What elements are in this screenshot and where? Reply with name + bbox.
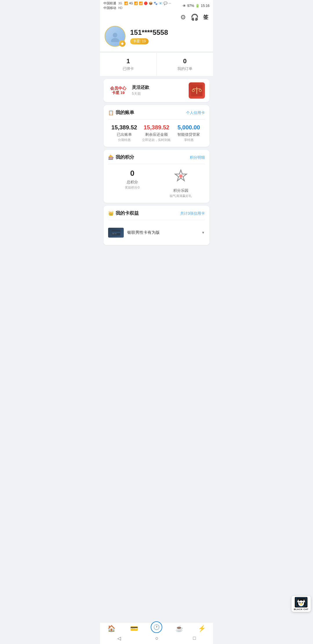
account-icon: 📋 (108, 110, 114, 115)
dropdown-arrow-icon[interactable]: ▼ (201, 231, 205, 235)
loan-sub: 享特惠 (173, 138, 205, 142)
points-park-label: 积分乐园 (156, 188, 205, 193)
total-points-sub: 奖励积分0 (108, 185, 156, 190)
notif-logo-sub: 卡星 19 (112, 91, 125, 95)
billed-label: 已出账单 (108, 132, 140, 137)
carrier1: 中国联通 3G 📶 4G 📶 📶 🔴 📦 🐾 📧 💬 ··· (103, 1, 171, 6)
account-title: 📋 我的账单 (108, 110, 134, 116)
status-right: 👁 97% 🔋 15:16 (183, 4, 210, 8)
points-divider (108, 164, 205, 164)
bound-card-stat[interactable]: 1 已绑卡 (100, 53, 157, 76)
notif-image (189, 82, 205, 99)
remaining-value: 15,389.52 (140, 124, 172, 131)
notification-banner[interactable]: 会员中心 卡星 19 灵活还款 5天前 (103, 79, 210, 102)
notif-logo: 会员中心 (110, 86, 126, 91)
bound-count: 1 (100, 57, 156, 65)
profile-row: 151****5558 卡星: 19 (105, 26, 208, 47)
account-amounts: 15,389.52 已出账单 分期特惠 15,389.52 剩余应还金额 立即还… (108, 124, 205, 142)
carrier2: 中国移动 HD (103, 6, 171, 10)
avatar-wrapper[interactable] (105, 26, 125, 47)
svg-rect-15 (115, 234, 117, 234)
points-title: 🎰 我的积分 (108, 154, 134, 160)
header-icons: ⚙ 🎧 签 (105, 14, 208, 21)
status-bar: 中国联通 3G 📶 4G 📶 📶 🔴 📦 🐾 📧 💬 ··· 中国移动 HD 👁… (100, 0, 213, 11)
svg-rect-14 (112, 234, 114, 234)
benefits-card: 👑 我的卡权益 共计3张信用卡 银联男性卡有为版 ▼ (103, 206, 210, 245)
kaxing-badge: 卡星: 19 (130, 38, 149, 44)
remaining-amount[interactable]: 15,389.52 剩余应还金额 立即还款，实时到账 (140, 124, 172, 142)
notif-time: 5天前 (132, 91, 185, 96)
loan-label: 智能借贷管家 (173, 132, 205, 137)
settings-icon[interactable]: ⚙ (180, 14, 186, 21)
billed-value: 15,389.52 (108, 124, 140, 131)
remaining-label: 剩余应还金额 (140, 132, 172, 137)
loan-amount[interactable]: 5,000.00 智能借贷管家 享特惠 (173, 124, 205, 142)
notif-title: 灵活还款 (132, 85, 185, 90)
svg-rect-13 (112, 232, 120, 233)
total-points-label: 总积分 (108, 180, 156, 185)
points-icon: 🎰 (108, 155, 114, 160)
carrier-info: 中国联通 3G 📶 4G 📶 📶 🔴 📦 🐾 📧 💬 ··· 中国移动 HD (103, 1, 171, 10)
orders-stat[interactable]: 0 我的订单 (157, 53, 213, 76)
svg-point-11 (179, 174, 183, 178)
headset-icon[interactable]: 🎧 (191, 14, 199, 21)
total-cards-link[interactable]: 共计3张信用卡 (180, 211, 205, 216)
stats-row: 1 已绑卡 0 我的订单 (100, 53, 213, 76)
profile-header: ⚙ 🎧 签 151****5558 卡星: (100, 11, 213, 51)
benefits-title: 👑 我的卡权益 (108, 210, 139, 216)
points-park-item[interactable]: 积分乐园 福气满满赢好礼 (156, 169, 205, 198)
battery-icon: 🔋 (195, 4, 200, 8)
profile-info: 151****5558 卡星: 19 (130, 28, 208, 44)
bound-label: 已绑卡 (100, 66, 156, 71)
battery-level: 97% (187, 4, 194, 8)
remaining-sub: 立即还款，实时到账 (140, 138, 172, 142)
clock: 15:16 (201, 4, 210, 8)
orders-label: 我的订单 (157, 66, 213, 71)
orders-count: 0 (157, 57, 213, 65)
points-section-header: 🎰 我的积分 积分明细 (108, 154, 205, 160)
benefits-icon: 👑 (108, 211, 114, 216)
profile-phone: 151****5558 (130, 28, 208, 37)
total-points-item[interactable]: 0 总积分 奖励积分0 (108, 169, 156, 190)
points-park-sub: 福气满满赢好礼 (156, 194, 205, 198)
points-card: 🎰 我的积分 积分明细 0 总积分 奖励积分0 (103, 150, 210, 203)
notif-body: 灵活还款 5天前 (128, 85, 189, 96)
benefits-section-header: 👑 我的卡权益 共计3张信用卡 (108, 210, 205, 216)
notif-logo-area: 会员中心 卡星 19 (108, 86, 128, 95)
points-row: 0 总积分 奖励积分0 积分乐园 福气满满赢好礼 (108, 169, 205, 198)
benefits-divider (108, 220, 205, 220)
account-section-header: 📋 我的账单 个人信用卡 (108, 110, 205, 116)
svg-point-0 (113, 33, 117, 37)
card-item[interactable]: 银联男性卡有为版 ▼ (108, 225, 205, 240)
eye-icon: 👁 (183, 4, 186, 8)
svg-point-1 (111, 38, 119, 42)
total-points-value: 0 (108, 169, 156, 178)
avatar-badge (119, 40, 125, 47)
loan-value: 5,000.00 (173, 124, 205, 131)
sign-button[interactable]: 签 (203, 14, 208, 21)
billed-sub: 分期特惠 (108, 138, 140, 142)
points-park-icon (156, 169, 205, 186)
svg-marker-2 (121, 42, 124, 45)
card-name: 银联男性卡有为版 (127, 230, 198, 235)
account-divider (108, 119, 205, 120)
personal-credit-link[interactable]: 个人信用卡 (186, 110, 205, 115)
account-card: 📋 我的账单 个人信用卡 15,389.52 已出账单 分期特惠 15,389.… (103, 105, 210, 147)
card-thumbnail (108, 228, 124, 238)
billed-amount[interactable]: 15,389.52 已出账单 分期特惠 (108, 124, 140, 142)
points-detail-link[interactable]: 积分明细 (190, 155, 205, 160)
